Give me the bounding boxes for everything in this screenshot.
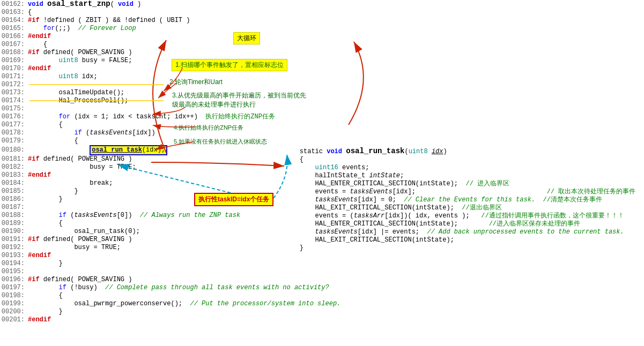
right-line-12: tasksEvents[idx] |= events; // Add back … bbox=[284, 228, 638, 236]
code-line-163: 00163: { bbox=[0, 9, 644, 17]
right-line-4: HAL_ENTER_CRITICAL_SECTION(intState); //… bbox=[284, 180, 638, 188]
code-line-197: 00197: if (!busy) // Complete pass throu… bbox=[0, 284, 644, 292]
code-line-167: 00167: { bbox=[0, 41, 644, 49]
code-line-201: 00201: #endif bbox=[0, 316, 644, 324]
right-line-sig: static void osal_run_task(uint8 idx) bbox=[284, 147, 638, 156]
annotation-step3b: 级最高的未处理事件进行执行 bbox=[169, 99, 259, 110]
code-line-172: 00172: bbox=[0, 81, 644, 89]
code-line-198: 00198: { bbox=[0, 292, 644, 300]
annotation-step4: 4.执行始终执行的ZNP任务 bbox=[171, 123, 247, 133]
right-line-open: { bbox=[284, 156, 638, 164]
code-line-164: 00164: #if !defined ( ZBIT ) && !defined… bbox=[0, 17, 644, 25]
right-line-close: } bbox=[284, 244, 638, 252]
right-line-1: uint16 events; bbox=[284, 164, 638, 172]
annotation-step1: 1.扫描哪个事件触发了，置相应标志位 bbox=[172, 59, 287, 71]
code-line-194: 00194: } bbox=[0, 260, 644, 268]
code-line-173: 00173: osalTimeUpdate(); bbox=[0, 89, 644, 97]
right-line-13: HAL_EXIT_CRITICAL_SECTION(intState); bbox=[284, 236, 638, 244]
right-line-5: events = tasksEvents[idx]; // 取出本次待处理任务的… bbox=[284, 188, 638, 196]
code-line-174: 00174: Hal_ProcessPoll(); bbox=[0, 97, 644, 105]
code-line-179: 00179: { bbox=[0, 137, 644, 145]
code-line-193: 00193: #endif bbox=[0, 252, 644, 260]
code-line-169: 00169: uint8 busy = FALSE; bbox=[0, 57, 644, 65]
code-line-178: 00178: if (tasksEvents[idx]) bbox=[0, 129, 644, 137]
code-viewer: 00162: void osal_start_znp( void ) 00163… bbox=[0, 0, 644, 346]
code-line-165: 00165: for(;;) // Forever Loop bbox=[0, 25, 644, 33]
annotation-step2: 2.轮询Timer和Uart bbox=[166, 77, 226, 88]
right-line-11: HAL_ENTER_CRITICAL_SECTION(intState); //… bbox=[284, 220, 638, 228]
code-line-196: 00196: #if defined( POWER_SAVING ) bbox=[0, 276, 644, 284]
code-line-166: 00166: #endif bbox=[0, 33, 644, 41]
code-line-176: 00176: for (idx = 1; idx < tasksCnt; idx… bbox=[0, 113, 644, 121]
code-line-162: 00162: void osal_start_znp( void ) bbox=[0, 0, 644, 9]
right-line-9: events = (tasksArr[idx])( idx, events );… bbox=[284, 212, 638, 220]
code-line-170: 00170: #endif bbox=[0, 65, 644, 73]
code-line-168: 00168: #if defined( POWER_SAVING ) bbox=[0, 49, 644, 57]
right-line-6: tasksEvents[idx] = 0; // Clear the Event… bbox=[284, 196, 638, 204]
right-line-2: halIntState_t intState; bbox=[284, 172, 638, 180]
right-code-block: static void osal_run_task(uint8 idx) { u… bbox=[284, 147, 638, 252]
annotation-exec-task: 执行性taskID=idx个任务 bbox=[194, 193, 273, 206]
annotation-big-loop: 大循环 bbox=[233, 32, 260, 44]
code-line-195: 00195: bbox=[0, 268, 644, 276]
code-line-200: 00200: } bbox=[0, 308, 644, 316]
right-line-7: HAL_EXIT_CRITICAL_SECTION(intState); //退… bbox=[284, 204, 638, 212]
code-line-177: 00177: { bbox=[0, 121, 644, 129]
code-line-199: 00199: osal_pwrmgr_powerconserve(); // P… bbox=[0, 300, 644, 308]
code-line-175: 00175: bbox=[0, 105, 644, 113]
code-line-171: 00171: uint8 idx; bbox=[0, 73, 644, 81]
annotation-step5: 5.如果没有任务执行就进入休眠状态 bbox=[171, 137, 270, 147]
